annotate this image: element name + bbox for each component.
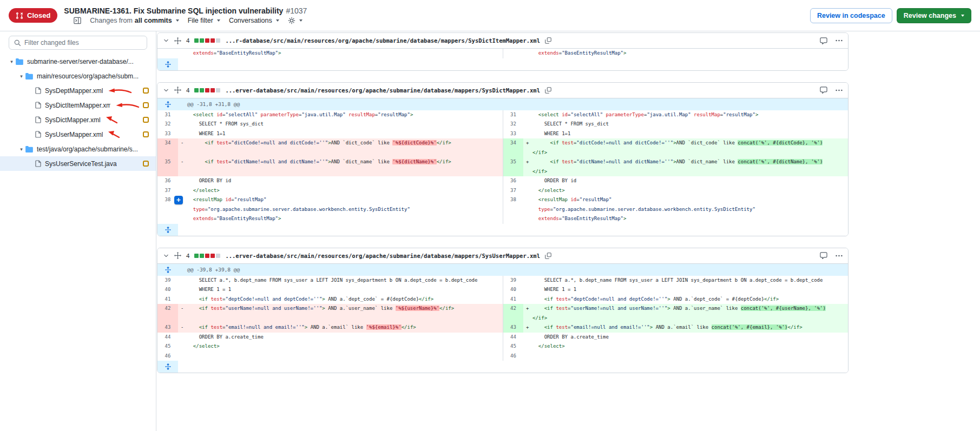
diff-row: 35- <if test="dictName!=null and dictNam… xyxy=(157,157,848,176)
hunk-range: @@ -39,8 +39,8 @@ xyxy=(178,264,848,276)
line-number[interactable]: 43 xyxy=(157,323,178,333)
drag-handle-icon[interactable] xyxy=(174,37,181,44)
code-line: SELECT * FROM sys_dict xyxy=(532,120,846,129)
collapse-file-chevron-icon[interactable] xyxy=(163,87,169,94)
line-number[interactable]: 37 xyxy=(157,186,178,196)
line-number[interactable]: 44 xyxy=(503,333,523,342)
copy-path-icon[interactable] xyxy=(545,253,551,259)
line-number[interactable]: 42 xyxy=(157,304,178,323)
code-line: SELECT * FROM sys_dict xyxy=(187,120,501,129)
tree-folder-test-java-org-apache-submarine-s[interactable]: ▾test/java/org/apache/submarine/s... xyxy=(0,142,156,156)
code-line: <if test="userName!=null and userName!='… xyxy=(187,304,501,314)
file-path-link[interactable]: ...r-database/src/main/resources/org/apa… xyxy=(225,37,540,44)
line-number[interactable]: 36 xyxy=(503,176,523,186)
line-number[interactable]: 34 xyxy=(157,138,178,157)
diff-table: @@ -31,8 +31,8 @@31 <select id="selectAl… xyxy=(157,98,848,236)
line-number[interactable]: 33 xyxy=(503,129,523,139)
line-number[interactable]: 43 xyxy=(503,323,523,333)
pr-header: Closed SUBMARINE-1361. Fix Submarine SQL… xyxy=(0,0,980,31)
line-number[interactable]: 32 xyxy=(503,120,523,129)
kebab-menu-icon[interactable] xyxy=(836,89,843,91)
line-number[interactable]: 45 xyxy=(157,342,178,352)
tree-folder-main-resources-org-apache-subm[interactable]: ▾main/resources/org/apache/subm... xyxy=(0,69,156,83)
line-number[interactable] xyxy=(503,49,523,58)
expand-diff-button[interactable] xyxy=(157,361,178,373)
comment-icon[interactable] xyxy=(820,252,827,259)
line-number[interactable]: 31 xyxy=(157,110,178,120)
line-number[interactable]: 34 xyxy=(503,138,523,157)
line-number[interactable]: 40 xyxy=(503,285,523,295)
line-number[interactable]: 45 xyxy=(503,342,523,352)
annotation-arrow-icon xyxy=(107,88,132,94)
line-number[interactable]: 31 xyxy=(503,110,523,120)
code-cell: <select id="selectAll" parameterType="ja… xyxy=(178,110,503,120)
tree-file-sysuserservicetest-java[interactable]: SysUserServiceTest.java xyxy=(0,156,156,171)
file-filter-dropdown[interactable]: File filter xyxy=(188,17,220,24)
expand-hunk-button[interactable] xyxy=(157,264,178,276)
line-number[interactable]: 46 xyxy=(503,352,523,361)
conversations-dropdown[interactable]: Conversations xyxy=(229,17,279,24)
collapse-file-chevron-icon[interactable] xyxy=(163,253,169,259)
add-comment-button[interactable]: + xyxy=(174,196,183,204)
diff-marker: - xyxy=(181,157,183,167)
diff-row: 45 </select>45 </select> xyxy=(157,342,848,352)
diff-table: @@ -39,8 +39,8 @@39 SELECT a.*, b.dept_n… xyxy=(157,264,848,373)
expand-diff-button[interactable] xyxy=(157,224,178,236)
expand-diff-button[interactable] xyxy=(157,58,178,70)
code-cell: extends="BaseEntityResultMap"> xyxy=(523,49,848,58)
tree-folder-submarine-server-server-database[interactable]: ▾submarine-server/server-database/... xyxy=(0,54,156,69)
file-tree-sidebar: ▾submarine-server/server-database/...▾ma… xyxy=(0,31,156,431)
line-number[interactable]: 32 xyxy=(157,120,178,129)
diff-settings-gear[interactable] xyxy=(288,17,302,24)
comment-icon[interactable] xyxy=(820,87,827,94)
expand-hunk-button[interactable] xyxy=(157,98,178,110)
collapse-file-chevron-icon[interactable] xyxy=(163,37,169,44)
tree-file-sysdictmapper-xml[interactable]: SysDictMapper.xml xyxy=(0,112,156,127)
line-number[interactable]: 41 xyxy=(157,295,178,304)
changes-from-dropdown[interactable]: Changes from all commits xyxy=(90,17,179,24)
code-line: <select id="selectAll" parameterType="ja… xyxy=(187,110,501,120)
comment-icon[interactable] xyxy=(820,37,827,44)
diff-marker: + xyxy=(526,304,529,314)
line-number[interactable]: 35 xyxy=(157,157,178,176)
code-line: <resultMap id="resultMap" xyxy=(187,195,501,205)
code-line: <if test="dictName!=null and dictName!='… xyxy=(532,157,846,167)
tree-file-sysdictitemmapper-xml[interactable]: SysDictItemMapper.xml xyxy=(0,98,156,112)
line-number[interactable]: 44 xyxy=(157,333,178,342)
line-number[interactable]: 33 xyxy=(157,129,178,139)
line-number[interactable]: 40 xyxy=(157,285,178,295)
review-in-codespace-button[interactable]: Review in codespace xyxy=(810,8,892,23)
copy-path-icon[interactable] xyxy=(545,87,551,94)
code-cell: + <if test="dictCode!=null and dictCode!… xyxy=(523,138,848,157)
modified-status-icon xyxy=(143,131,149,137)
line-number[interactable]: 39 xyxy=(503,276,523,286)
chevron-down-icon: ▾ xyxy=(17,147,25,152)
line-number[interactable]: 38 xyxy=(503,195,523,224)
line-number[interactable] xyxy=(157,49,178,58)
diff-marker: + xyxy=(526,157,529,167)
drag-handle-icon[interactable] xyxy=(174,252,181,259)
file-path-link[interactable]: ...erver-database/src/main/resources/org… xyxy=(225,253,540,259)
line-number[interactable]: 39 xyxy=(157,276,178,286)
tree-file-sysdeptmapper-xml[interactable]: SysDeptMapper.xml xyxy=(0,83,156,98)
line-number[interactable]: 46 xyxy=(157,352,178,361)
copy-path-icon[interactable] xyxy=(545,37,551,44)
line-number[interactable]: 36 xyxy=(157,176,178,186)
kebab-menu-icon[interactable] xyxy=(836,255,843,257)
code-line: WHERE 1 = 1 xyxy=(187,285,501,295)
kebab-menu-icon[interactable] xyxy=(836,39,843,42)
chevron-down-icon xyxy=(276,19,279,22)
line-number[interactable]: 35 xyxy=(503,157,523,176)
tree-file-sysusermapper-xml[interactable]: SysUserMapper.xml xyxy=(0,127,156,142)
code-line: type="org.apache.submarine.server.databa… xyxy=(187,205,501,215)
line-number[interactable]: 41 xyxy=(503,295,523,304)
diffstat xyxy=(194,88,220,92)
filter-changed-files-input[interactable] xyxy=(24,39,142,47)
diff-row: 36 ORDER BY id36 ORDER BY id xyxy=(157,176,848,186)
file-path-link[interactable]: ...erver-database/src/main/resources/org… xyxy=(225,87,540,94)
review-changes-button[interactable]: Review changes xyxy=(897,8,971,23)
toggle-file-tree-button[interactable] xyxy=(74,17,81,24)
drag-handle-icon[interactable] xyxy=(174,87,181,94)
line-number[interactable]: 37 xyxy=(503,186,523,196)
line-number[interactable]: 42 xyxy=(503,304,523,323)
